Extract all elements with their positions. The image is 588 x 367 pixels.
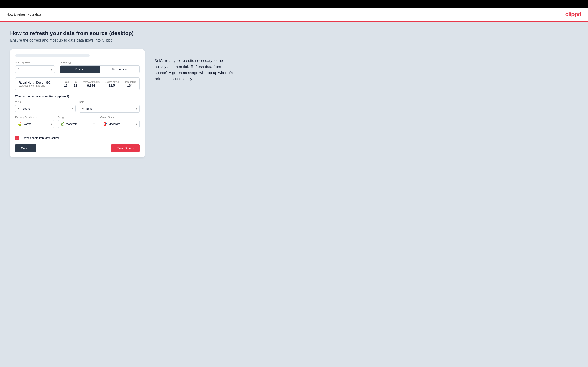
starting-hole-label: Starting Hole	[15, 61, 55, 64]
refresh-checkbox[interactable]	[15, 136, 19, 140]
rain-value: None	[86, 107, 136, 110]
form-card: Starting Hole 1 10 Game Type Practice To…	[10, 49, 145, 158]
starting-hole-gametype-row: Starting Hole 1 10 Game Type Practice To…	[15, 61, 140, 73]
rain-label: Rain	[79, 100, 140, 103]
content-row: Starting Hole 1 10 Game Type Practice To…	[10, 49, 578, 158]
game-type-buttons: Practice Tournament	[60, 65, 140, 73]
starting-hole-select[interactable]: 1 10	[15, 65, 55, 73]
rain-group: Rain ☀ None ▾	[79, 100, 140, 113]
yards-label: Yards/White (M))	[82, 81, 100, 83]
wind-icon: 🌬	[17, 107, 21, 110]
fairway-label: Fairway Conditions	[15, 116, 54, 119]
game-type-group: Game Type Practice Tournament	[60, 61, 140, 73]
slope-rating-value: 134	[124, 83, 136, 87]
page-heading: How to refresh your data from source (de…	[10, 30, 578, 37]
rain-icon: ☀	[81, 107, 84, 111]
course-rating-label: Course rating	[105, 81, 119, 83]
course-location: Westward Ho!, England	[19, 84, 51, 87]
rough-select[interactable]: 🌿 Moderate ▾	[58, 120, 97, 128]
rough-value: Moderate	[66, 122, 94, 125]
rain-select[interactable]: ☀ None ▾	[79, 105, 140, 113]
green-speed-label: Green Speed	[100, 116, 140, 119]
main-content: How to refresh your data from source (de…	[0, 22, 588, 367]
holes-value: 18	[63, 83, 69, 87]
wind-select[interactable]: 🌬 Strong ▾	[15, 105, 76, 112]
wind-rain-row: Wind 🌬 Strong ▾ Rain ☀ None ▾	[15, 100, 140, 113]
rough-label: Rough	[58, 116, 97, 119]
fairway-rough-green-row: Fairway Conditions ⛳ Normal ▾ Rough 🌿 Mo…	[15, 116, 140, 128]
yards-value: 6,744	[82, 83, 100, 87]
stat-course-rating: Course rating 72.5	[105, 81, 119, 87]
fairway-icon: ⛳	[17, 122, 22, 126]
divider	[15, 132, 140, 132]
wind-label: Wind	[15, 100, 76, 103]
starting-hole-select-wrapper[interactable]: 1 10	[15, 65, 55, 73]
stat-holes: Holes 18	[63, 81, 69, 87]
green-speed-icon: 🎯	[103, 122, 107, 126]
course-name: Royal North Devon GC,	[19, 81, 51, 84]
card-top-hint	[15, 54, 90, 57]
course-rating-value: 72.5	[105, 83, 119, 87]
refresh-label: Refresh shots from data source	[21, 136, 60, 139]
rain-chevron-icon: ▾	[136, 107, 137, 110]
green-speed-chevron-icon: ▾	[136, 123, 137, 125]
green-speed-select[interactable]: 🎯 Moderate ▾	[100, 120, 140, 128]
rough-icon: 🌿	[60, 122, 64, 126]
page-subheading: Ensure the correct and most up to date d…	[10, 38, 578, 43]
stat-slope-rating: Slope rating 134	[124, 81, 136, 87]
conditions-section-title: Weather and course conditions (optional)	[15, 94, 140, 98]
green-speed-value: Moderate	[108, 122, 136, 125]
fairway-value: Normal	[23, 122, 51, 125]
wind-chevron-icon: ▾	[72, 107, 73, 110]
cancel-button[interactable]: Cancel	[15, 144, 36, 152]
slope-rating-label: Slope rating	[124, 81, 136, 83]
course-stats: Holes 18 Par 72 Yards/White (M)) 6,744 C…	[63, 81, 136, 87]
par-label: Par	[74, 81, 77, 83]
stat-yards: Yards/White (M)) 6,744	[82, 81, 100, 87]
fairway-group: Fairway Conditions ⛳ Normal ▾	[15, 116, 54, 128]
game-type-label: Game Type	[60, 61, 140, 64]
fairway-select[interactable]: ⛳ Normal ▾	[15, 120, 54, 128]
save-details-button[interactable]: Save Details	[111, 144, 140, 152]
tournament-button[interactable]: Tournament	[100, 66, 139, 73]
par-value: 72	[74, 83, 77, 87]
rough-group: Rough 🌿 Moderate ▾	[58, 116, 97, 128]
wind-value: Strong	[23, 107, 72, 110]
header: How to refresh your data clippd	[0, 8, 588, 22]
course-row: Royal North Devon GC, Westward Ho!, Engl…	[15, 77, 140, 90]
form-actions: Cancel Save Details	[15, 144, 140, 152]
starting-hole-group: Starting Hole 1 10	[15, 61, 55, 73]
top-bar	[0, 0, 588, 8]
header-title: How to refresh your data	[7, 13, 41, 16]
wind-group: Wind 🌬 Strong ▾	[15, 100, 76, 113]
holes-label: Holes	[63, 81, 69, 83]
practice-button[interactable]: Practice	[60, 66, 100, 73]
green-speed-group: Green Speed 🎯 Moderate ▾	[100, 116, 140, 128]
logo: clippd	[565, 11, 581, 18]
rough-chevron-icon: ▾	[93, 123, 95, 125]
sidebar-description: 3) Make any extra edits necessary to the…	[155, 58, 235, 82]
refresh-checkbox-row: Refresh shots from data source	[15, 136, 140, 140]
fairway-chevron-icon: ▾	[51, 123, 52, 125]
checkmark-icon	[16, 136, 19, 139]
sidebar-text: 3) Make any extra edits necessary to the…	[155, 49, 235, 82]
course-info: Royal North Devon GC, Westward Ho!, Engl…	[19, 81, 51, 87]
stat-par: Par 72	[74, 81, 77, 87]
